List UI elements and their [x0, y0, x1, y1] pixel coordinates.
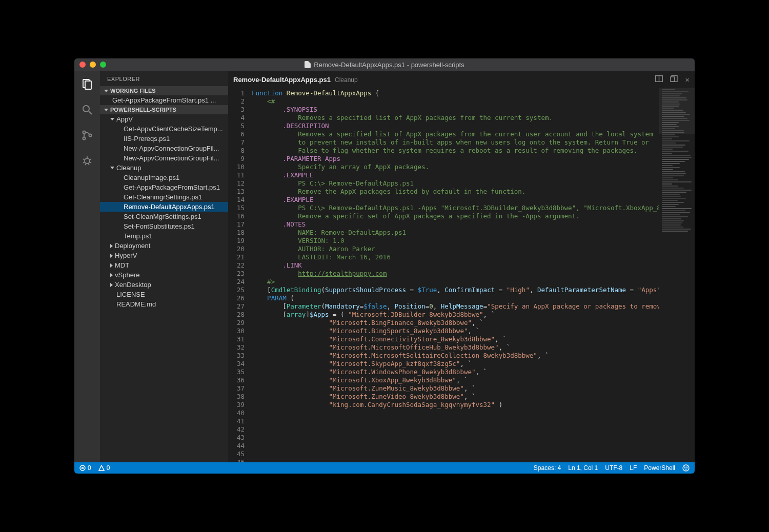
svg-line-11	[83, 162, 85, 163]
folder-item[interactable]: XenDesktop	[100, 280, 228, 290]
svg-point-7	[85, 158, 90, 163]
explorer-sidebar: EXPLORER WORKING FILES Get-AppxPackageFr…	[100, 71, 228, 462]
tree-item-label: Deployment	[115, 242, 150, 250]
chevron-down-icon	[110, 118, 114, 120]
window-title: Remove-DefaultAppxApps.ps1 - powershell-…	[74, 61, 695, 69]
folder-item[interactable]: HyperV	[100, 251, 228, 260]
project-tree: AppVGet-AppvClientCacheSizeTemp...IIS-Pr…	[100, 114, 228, 309]
file-item[interactable]: Set-CleanMgrSettings.ps1	[100, 212, 228, 221]
working-files-tree: Get-AppxPackageFromStart.ps1 ...	[100, 95, 228, 105]
traffic-lights	[74, 62, 106, 68]
status-bar: 0 0 Spaces: 4 Ln 1, Col 1 UTF-8 LF Power…	[74, 462, 695, 474]
working-file-item[interactable]: Get-AppxPackageFromStart.ps1 ...	[100, 95, 228, 105]
tree-item-label: AppV	[116, 115, 133, 123]
folder-item[interactable]: MDT	[100, 260, 228, 270]
svg-point-24	[686, 467, 687, 467]
tree-item-label: LICENSE	[116, 291, 145, 298]
errors-count: 0	[88, 464, 91, 472]
tab-actions: ×	[655, 75, 690, 84]
split-editor-icon[interactable]	[655, 75, 663, 84]
svg-line-14	[88, 163, 89, 165]
tab-folder: Cleanup	[335, 76, 358, 84]
tree-item-label: Remove-DefaultAppxApps.ps1	[124, 203, 215, 211]
eol-status[interactable]: LF	[630, 464, 637, 472]
code-editor[interactable]: 1234567891011121314151617181920212223242…	[228, 88, 695, 462]
tree-item-label: Get-AppxPackageFromStart.ps1	[124, 183, 220, 191]
file-item[interactable]: IIS-Prereqs.ps1	[100, 134, 228, 144]
file-item[interactable]: Get-AppvClientCacheSizeTemp...	[100, 124, 228, 134]
maximize-window-button[interactable]	[100, 62, 106, 68]
language-status[interactable]: PowerShell	[644, 464, 675, 472]
feedback-icon[interactable]	[682, 464, 690, 472]
tree-item-label: CleanupImage.ps1	[124, 174, 179, 181]
svg-point-23	[684, 467, 685, 467]
minimap[interactable]	[659, 88, 695, 462]
minimize-window-button[interactable]	[90, 62, 96, 68]
errors-status[interactable]: 0	[79, 464, 91, 472]
chevron-right-icon	[110, 283, 113, 287]
file-item[interactable]: New-AppvConnectionGroupFil...	[100, 153, 228, 163]
folder-item[interactable]: Cleanup	[100, 163, 228, 173]
app-window: Remove-DefaultAppxApps.ps1 - powershell-…	[74, 58, 695, 474]
window-title-text: Remove-DefaultAppxApps.ps1 - powershell-…	[314, 61, 464, 69]
file-icon	[305, 61, 311, 68]
close-window-button[interactable]	[79, 62, 86, 68]
svg-point-2	[83, 106, 89, 112]
chevron-right-icon	[110, 263, 113, 268]
tree-item-label: vSphere	[115, 271, 139, 279]
line-number-gutter: 1234567891011121314151617181920212223242…	[228, 88, 252, 462]
tree-item-label: XenDesktop	[115, 281, 151, 289]
editor-tabbar: Remove-DefaultAppxApps.ps1 Cleanup ×	[228, 71, 695, 88]
file-item[interactable]: Get-CleanmgrSettings.ps1	[100, 192, 228, 202]
file-item[interactable]: CleanupImage.ps1	[100, 173, 228, 182]
encoding-status[interactable]: UTF-8	[605, 464, 622, 472]
tree-item-label: New-AppvConnectionGroupFil...	[124, 154, 219, 162]
explorer-activity-icon[interactable]	[80, 77, 94, 91]
svg-line-9	[83, 159, 85, 160]
working-files-header[interactable]: WORKING FILES	[100, 86, 228, 95]
open-tab[interactable]: Remove-DefaultAppxApps.ps1 Cleanup	[233, 76, 358, 84]
file-item[interactable]: Get-AppxPackageFromStart.ps1	[100, 182, 228, 192]
project-label: POWERSHELL-SCRIPTS	[110, 107, 176, 113]
activity-bar	[74, 71, 100, 462]
file-item[interactable]: Temp.ps1	[100, 231, 228, 241]
folder-item[interactable]: Deployment	[100, 241, 228, 251]
editor-area: Remove-DefaultAppxApps.ps1 Cleanup × 123…	[228, 71, 695, 462]
svg-point-22	[683, 465, 689, 471]
code-content[interactable]: Function Remove-DefaultAppxApps { <# .SY…	[252, 88, 659, 462]
tree-item-label: Cleanup	[116, 164, 141, 172]
close-editor-icon[interactable]: ×	[685, 75, 690, 84]
working-files-label: WORKING FILES	[110, 88, 156, 94]
file-item[interactable]: LICENSE	[100, 290, 228, 299]
warnings-status[interactable]: 0	[98, 464, 110, 472]
project-header[interactable]: POWERSHELL-SCRIPTS	[100, 105, 228, 114]
tree-item-label: MDT	[115, 261, 129, 269]
more-actions-icon[interactable]	[670, 75, 678, 84]
cursor-position-status[interactable]: Ln 1, Col 1	[568, 464, 598, 472]
tree-item-label: IIS-Prereqs.ps1	[124, 135, 170, 142]
app-body: EXPLORER WORKING FILES Get-AppxPackageFr…	[74, 71, 695, 462]
tab-filename: Remove-DefaultAppxApps.ps1	[233, 76, 331, 84]
svg-point-4	[83, 131, 86, 134]
sidebar-title: EXPLORER	[100, 71, 228, 86]
folder-item[interactable]: vSphere	[100, 270, 228, 280]
svg-line-10	[90, 159, 91, 160]
indentation-status[interactable]: Spaces: 4	[534, 464, 561, 472]
file-item[interactable]: New-AppvConnectionGroupFil...	[100, 144, 228, 153]
chevron-down-icon	[104, 90, 108, 92]
debug-activity-icon[interactable]	[80, 154, 94, 168]
tree-item-label: Set-CleanMgrSettings.ps1	[124, 213, 201, 220]
folder-item[interactable]: AppV	[100, 114, 228, 124]
tree-item-label: Get-AppvClientCacheSizeTemp...	[124, 125, 223, 133]
svg-rect-1	[85, 81, 91, 89]
tree-item-label: Temp.ps1	[124, 232, 152, 240]
tree-item-label: Set-FontSubstitutes.ps1	[124, 222, 195, 230]
git-activity-icon[interactable]	[80, 128, 94, 142]
search-activity-icon[interactable]	[80, 103, 94, 117]
file-item[interactable]: Remove-DefaultAppxApps.ps1	[100, 202, 228, 212]
titlebar[interactable]: Remove-DefaultAppxApps.ps1 - powershell-…	[74, 58, 695, 71]
chevron-down-icon	[104, 109, 108, 111]
tree-item-label: README.md	[116, 300, 156, 308]
file-item[interactable]: Set-FontSubstitutes.ps1	[100, 221, 228, 231]
file-item[interactable]: README.md	[100, 299, 228, 309]
